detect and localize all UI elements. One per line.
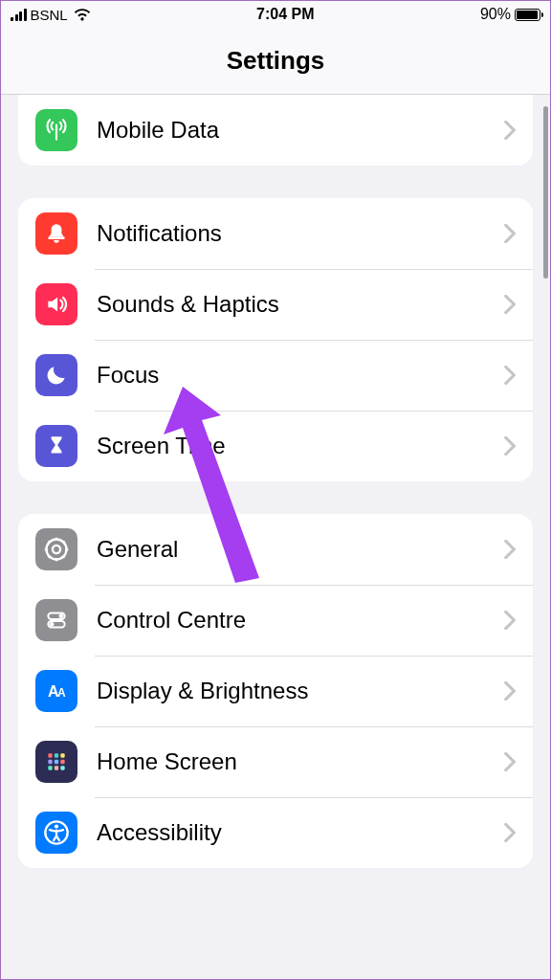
row-display[interactable]: AA Display & Brightness <box>18 656 533 726</box>
svg-point-14 <box>50 622 55 627</box>
svg-text:A: A <box>57 686 66 700</box>
antenna-icon <box>35 109 77 151</box>
svg-rect-17 <box>48 753 52 757</box>
chevron-right-icon <box>504 224 516 243</box>
group-connectivity: Mobile Data <box>18 95 533 166</box>
speaker-icon <box>35 283 77 325</box>
row-focus[interactable]: Focus <box>18 340 533 411</box>
group-notifications: Notifications Sounds & Haptics Focus Scr… <box>18 198 533 481</box>
svg-point-2 <box>53 546 60 553</box>
row-label: Focus <box>97 362 504 389</box>
svg-point-12 <box>58 613 63 618</box>
chevron-right-icon <box>504 823 516 842</box>
row-control-centre[interactable]: Control Centre <box>18 585 533 656</box>
gear-icon <box>35 528 77 570</box>
row-label: Screen Time <box>97 433 504 459</box>
battery-percent: 90% <box>480 6 511 23</box>
accessibility-icon <box>35 812 77 854</box>
aa-icon: AA <box>35 670 77 712</box>
svg-rect-25 <box>60 766 64 769</box>
chevron-right-icon <box>504 295 516 314</box>
row-label: Home Screen <box>97 748 504 775</box>
battery-icon <box>515 9 540 21</box>
row-label: General <box>97 536 504 563</box>
row-label: Sounds & Haptics <box>97 291 504 318</box>
chevron-right-icon <box>504 540 516 559</box>
chevron-right-icon <box>504 121 516 140</box>
svg-rect-22 <box>60 760 64 764</box>
chevron-right-icon <box>504 752 516 771</box>
row-label: Mobile Data <box>97 117 504 144</box>
chevron-right-icon <box>504 611 516 630</box>
svg-rect-20 <box>48 760 52 764</box>
svg-rect-18 <box>55 753 58 757</box>
row-sounds[interactable]: Sounds & Haptics <box>18 269 533 340</box>
page-title: Settings <box>227 46 325 76</box>
moon-icon <box>35 354 77 396</box>
status-bar: BSNL 7:04 PM 90% <box>1 1 550 28</box>
bell-icon <box>35 212 77 255</box>
nav-bar: Settings <box>1 28 550 95</box>
svg-rect-24 <box>55 766 58 769</box>
row-screen-time[interactable]: Screen Time <box>18 411 533 481</box>
row-notifications[interactable]: Notifications <box>18 198 533 269</box>
row-label: Accessibility <box>97 819 504 846</box>
svg-rect-21 <box>55 760 58 764</box>
svg-line-7 <box>48 541 50 543</box>
status-time: 7:04 PM <box>256 6 314 23</box>
status-left: BSNL <box>11 7 91 23</box>
status-right: 90% <box>480 6 540 23</box>
toggles-icon <box>35 599 77 641</box>
row-home-screen[interactable]: Home Screen <box>18 726 533 797</box>
scrollbar-indicator[interactable] <box>543 106 548 278</box>
svg-point-27 <box>55 824 58 828</box>
row-label: Control Centre <box>97 607 504 634</box>
svg-rect-23 <box>48 766 52 769</box>
svg-rect-0 <box>48 236 64 239</box>
carrier-label: BSNL <box>31 7 68 23</box>
wifi-icon <box>74 9 91 21</box>
row-label: Display & Brightness <box>97 678 504 704</box>
row-mobile-data[interactable]: Mobile Data <box>18 95 533 166</box>
chevron-right-icon <box>504 681 516 701</box>
hourglass-icon <box>35 425 77 467</box>
row-general[interactable]: General <box>18 514 533 585</box>
settings-list[interactable]: Mobile Data Notifications Sounds & Hapti… <box>1 95 550 979</box>
signal-icon <box>11 9 27 21</box>
row-accessibility[interactable]: Accessibility <box>18 797 533 868</box>
svg-line-8 <box>63 556 65 558</box>
svg-line-9 <box>48 556 50 558</box>
grid-icon <box>35 741 77 783</box>
group-general: General Control Centre AA Display & Brig… <box>18 514 533 868</box>
svg-rect-19 <box>60 753 64 757</box>
row-label: Notifications <box>97 220 504 247</box>
chevron-right-icon <box>504 436 516 456</box>
chevron-right-icon <box>504 366 516 385</box>
svg-line-10 <box>63 541 65 543</box>
